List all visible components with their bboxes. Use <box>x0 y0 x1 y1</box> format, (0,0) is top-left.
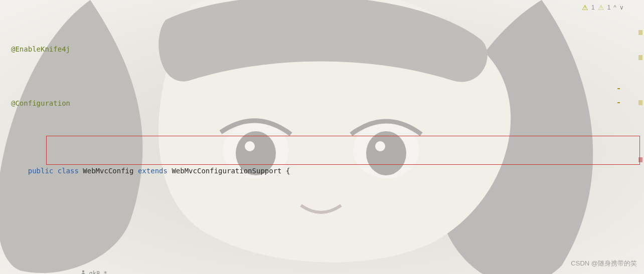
class-name: WebMvcConfig <box>83 167 133 175</box>
keyword: public <box>28 167 54 175</box>
brace: { <box>286 167 290 175</box>
keyword: extends <box>138 167 168 175</box>
keyword: class <box>58 167 79 175</box>
code-editor[interactable]: @EnableKnife4j @Configuration public cla… <box>0 0 644 274</box>
author-name: gk8 * <box>89 269 107 274</box>
annotation: @Configuration <box>11 99 70 107</box>
annotation: @EnableKnife4j <box>11 45 70 53</box>
super-class: WebMvcConfigurationSupport <box>172 167 281 175</box>
person-icon <box>51 260 86 274</box>
author-inlay[interactable]: gk8 * <box>48 268 110 274</box>
